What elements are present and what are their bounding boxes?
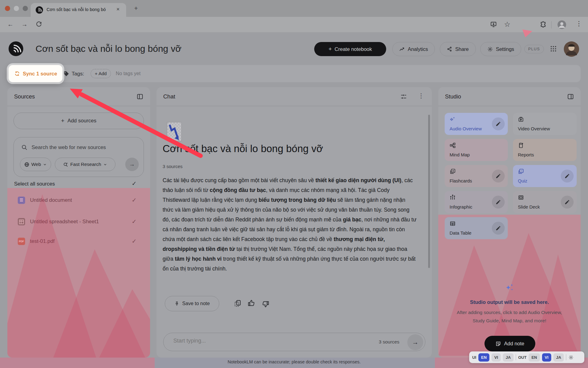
- edit-pencil-icon[interactable]: [492, 117, 505, 130]
- sources-panel: Sources + Add sources Search the web for…: [7, 87, 150, 358]
- chat-panel: Chat ⋮ Cơn sốt bạc và nỗi lo bong bóng v…: [156, 87, 432, 358]
- lang-bar-divider: [516, 354, 516, 360]
- settings-label: Settings: [496, 46, 514, 52]
- research-mode-dropdown[interactable]: Fast Research: [55, 158, 115, 171]
- ui-lang-label: UI: [472, 355, 476, 360]
- browser-menu-icon[interactable]: ⋮: [576, 20, 582, 27]
- notebooklm-logo[interactable]: [8, 41, 24, 56]
- browser-tab[interactable]: Cơn sốt bạc và nỗi lo bong bó ×: [31, 3, 126, 17]
- chat-input-box[interactable]: 3 sources →: [163, 333, 425, 351]
- create-notebook-label: Create notebook: [335, 46, 372, 52]
- out-lang-en[interactable]: EN: [529, 353, 540, 362]
- new-tab-button[interactable]: +: [134, 5, 138, 12]
- lang-settings-gear-icon[interactable]: [568, 355, 574, 360]
- tile-audio-overview[interactable]: Audio Overview: [445, 113, 508, 135]
- forward-icon[interactable]: →: [21, 21, 28, 28]
- edit-pencil-icon[interactable]: [492, 222, 505, 235]
- tile-data-table[interactable]: Data Table: [445, 217, 508, 239]
- settings-button[interactable]: Settings: [480, 42, 521, 56]
- ui-lang-vi[interactable]: VI: [492, 353, 501, 362]
- studio-title: Studio: [445, 93, 461, 100]
- browser-profile-avatar[interactable]: [557, 20, 566, 29]
- add-note-button[interactable]: Add note: [484, 336, 535, 351]
- chat-settings-icon[interactable]: [400, 93, 407, 100]
- tile-slide-deck[interactable]: Slide Deck: [513, 191, 577, 213]
- sync-sources-button[interactable]: Sync 1 source: [9, 65, 62, 82]
- save-to-note-button[interactable]: Save to note: [165, 296, 219, 311]
- chat-input[interactable]: [173, 337, 327, 344]
- collapse-panel-icon[interactable]: [567, 93, 574, 100]
- edit-pencil-icon[interactable]: [492, 196, 505, 209]
- out-lang-ja[interactable]: JA: [553, 353, 564, 362]
- analytics-label: Analytics: [408, 46, 428, 52]
- traffic-light-close[interactable]: [5, 6, 10, 11]
- search-input[interactable]: Search the web for new sources: [32, 144, 106, 151]
- note-sources-count: 3 sources: [163, 164, 183, 169]
- diff-highlight-bottom-left: [0, 358, 155, 368]
- extensions-puzzle-icon[interactable]: [540, 21, 547, 28]
- create-notebook-button[interactable]: + Create notebook: [314, 42, 386, 56]
- back-icon[interactable]: ←: [7, 21, 13, 28]
- account-avatar[interactable]: [564, 41, 579, 57]
- tab-close-icon[interactable]: ×: [116, 6, 120, 13]
- submit-search-button[interactable]: →: [125, 158, 139, 171]
- out-lang-vi[interactable]: VI: [542, 353, 551, 362]
- share-icon: [447, 46, 452, 52]
- tile-label: Mind Map: [450, 152, 470, 157]
- edit-pencil-icon[interactable]: [492, 170, 505, 182]
- tile-mind-map[interactable]: Mind Map: [445, 139, 508, 161]
- gear-icon: [487, 46, 493, 52]
- select-all-checkbox[interactable]: ✓: [132, 180, 137, 187]
- no-tags-text: No tags yet: [116, 71, 141, 76]
- thumbs-down-icon[interactable]: [262, 300, 270, 308]
- tile-flashcards[interactable]: Flashcards: [445, 165, 508, 187]
- install-app-icon[interactable]: [490, 21, 497, 28]
- add-sources-button[interactable]: + Add sources: [13, 113, 144, 129]
- tile-quiz[interactable]: ? Quiz: [513, 165, 577, 187]
- plan-badge: PLUS: [524, 45, 544, 53]
- ui-lang-en[interactable]: EN: [478, 353, 489, 362]
- send-button[interactable]: →: [407, 334, 423, 350]
- traffic-light-minimize[interactable]: [14, 6, 19, 11]
- source-row[interactable]: PDF test-01.pdf ✓: [7, 231, 150, 251]
- web-filter-dropdown[interactable]: Web: [20, 158, 51, 171]
- google-apps-grid-icon[interactable]: [550, 45, 557, 52]
- tag-icon: [63, 71, 70, 77]
- toolbar-divider: [551, 21, 552, 29]
- source-row[interactable]: Untitled spreadsheet - Sheet1 ✓: [7, 212, 150, 232]
- analytics-button[interactable]: Analytics: [392, 42, 435, 56]
- source-checkbox[interactable]: ✓: [132, 218, 137, 225]
- share-button[interactable]: Share: [440, 42, 476, 56]
- flashcards-icon: [450, 168, 456, 174]
- reload-icon[interactable]: [36, 21, 42, 28]
- tile-label: Reports: [518, 152, 534, 157]
- traffic-light-zoom[interactable]: [23, 6, 28, 11]
- infographic-icon: [450, 194, 456, 201]
- source-checkbox[interactable]: ✓: [132, 238, 137, 245]
- source-row[interactable]: Untitled document ✓: [7, 190, 150, 210]
- tile-infographic[interactable]: Infographic: [445, 191, 508, 213]
- web-search-box[interactable]: Search the web for new sources Web Fast …: [13, 137, 144, 177]
- bookmark-star-icon[interactable]: ☆: [504, 20, 511, 29]
- copy-icon[interactable]: [234, 299, 242, 307]
- mind-map-icon: [450, 142, 456, 148]
- collapse-panel-icon[interactable]: [137, 93, 143, 100]
- chat-scrollbar[interactable]: [428, 115, 430, 268]
- notebook-title[interactable]: Cơn sốt bạc và nỗi lo bong bóng vỡ: [36, 44, 181, 54]
- ui-lang-ja[interactable]: JA: [503, 353, 514, 362]
- chat-menu-icon[interactable]: ⋮: [418, 92, 424, 99]
- source-checkbox[interactable]: ✓: [132, 197, 137, 204]
- lang-bar-divider: [566, 354, 566, 360]
- chevron-down-icon: [43, 163, 47, 167]
- tile-reports[interactable]: Reports: [513, 139, 577, 161]
- add-tag-button[interactable]: + Add: [91, 69, 111, 78]
- pin-icon: [174, 301, 179, 306]
- thumbs-up-icon[interactable]: [247, 299, 255, 307]
- video-overview-icon: [518, 116, 524, 122]
- disclaimer-text: NotebookLM can be inaccurate; please dou…: [156, 359, 432, 364]
- edit-pencil-icon[interactable]: [561, 196, 574, 209]
- studio-panel-header: Studio: [438, 87, 581, 106]
- edit-pencil-icon[interactable]: [561, 170, 574, 182]
- tile-video-overview[interactable]: Video Overview: [513, 113, 577, 135]
- sources-title: Sources: [14, 93, 35, 100]
